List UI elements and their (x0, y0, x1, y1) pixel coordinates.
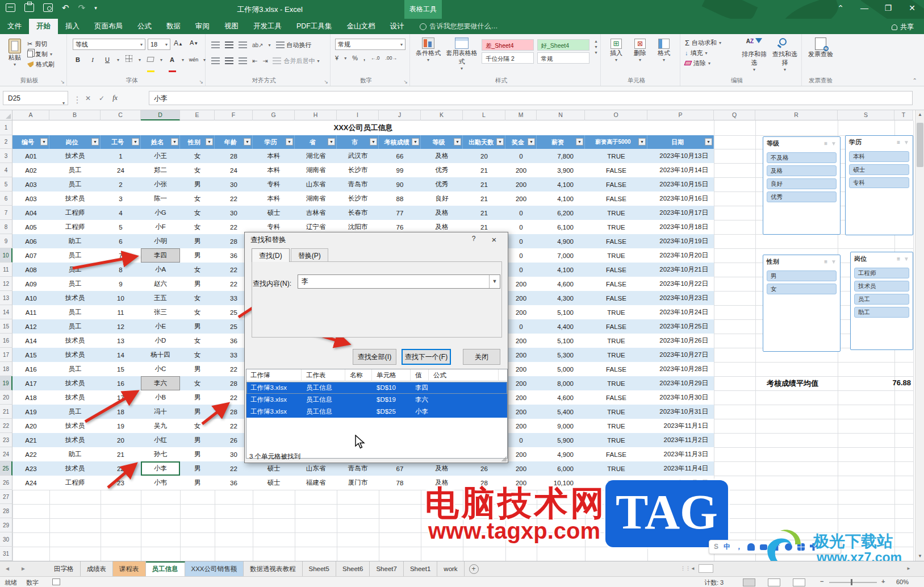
cell[interactable]: 本科 (253, 163, 295, 177)
mic-icon[interactable] (747, 543, 755, 551)
cell[interactable]: 200 (505, 277, 537, 291)
cell[interactable]: 李六 (141, 376, 180, 390)
row-header-14[interactable]: 14 (0, 305, 12, 319)
cell[interactable]: A15 (12, 348, 49, 362)
row-header-24[interactable]: 24 (0, 447, 12, 461)
cell[interactable]: 5,100 (537, 305, 585, 319)
cell[interactable]: A16 (12, 362, 49, 376)
cell[interactable]: 2023年10月30日 (647, 390, 714, 405)
cell[interactable]: 女 (180, 376, 215, 390)
cell[interactable]: 技术员 (49, 334, 101, 348)
cell[interactable]: 21 (463, 163, 505, 177)
font-size-select[interactable]: 18▾ (148, 39, 170, 50)
conditional-format-button[interactable]: 条件格式▾ (413, 38, 443, 63)
cell[interactable]: 硕士 (253, 206, 295, 220)
cell[interactable]: 女 (180, 334, 215, 348)
cell[interactable]: 4,100 (537, 263, 585, 277)
cell[interactable]: 2023年10月21日 (647, 263, 714, 277)
align-middle-icon[interactable] (225, 41, 233, 48)
minimize-icon[interactable]: — (852, 0, 876, 17)
slicer-item-员工[interactable]: 员工 (854, 294, 909, 305)
tell-me-box[interactable]: 告诉我您想要做什么… (420, 19, 498, 34)
cell[interactable]: 员工 (49, 263, 101, 277)
cell[interactable]: 21 (463, 177, 505, 191)
cell[interactable]: 技术员 (49, 433, 101, 447)
cell[interactable]: TRUE (585, 376, 647, 390)
cell[interactable]: 女 (180, 191, 215, 206)
cell[interactable]: FALSE (585, 319, 647, 334)
row-header-6[interactable]: 6 (0, 191, 12, 206)
cell[interactable]: 7 (101, 248, 141, 263)
cell[interactable]: TRUE (585, 419, 647, 433)
cell[interactable]: 赵六 (141, 277, 180, 291)
row-header-5[interactable]: 5 (0, 177, 12, 191)
cell[interactable]: 2023年10月17日 (647, 206, 714, 220)
cell[interactable]: 200 (505, 405, 537, 419)
hscroll-thumb[interactable] (699, 564, 713, 573)
cell[interactable]: 200 (505, 376, 537, 390)
number-dialog-launcher[interactable]: ↘ (403, 79, 408, 85)
cell[interactable]: 6,000 (537, 461, 585, 476)
cell[interactable]: 冯十 (141, 405, 180, 419)
sheet-tab-成绩表[interactable]: 成绩表 (81, 561, 114, 576)
page-layout-view-icon[interactable] (768, 578, 780, 586)
cell[interactable]: 22 (215, 191, 253, 206)
slicer-clear-filter-icon[interactable]: ▼ (831, 259, 837, 265)
table-header-出勤天数[interactable]: 出勤天数▼ (463, 135, 505, 149)
cell[interactable]: 5,900 (537, 433, 585, 447)
cell[interactable]: TRUE (585, 220, 647, 234)
sheet-tab-Sheet6[interactable]: Sheet6 (336, 561, 370, 576)
column-header-P[interactable]: P (647, 110, 714, 120)
filter-dropdown-icon[interactable]: ▼ (528, 138, 535, 145)
clipboard-dialog-launcher[interactable]: ↘ (60, 79, 65, 85)
cell[interactable]: 6,100 (537, 220, 585, 234)
ime-punctuation-icon[interactable]: ， (735, 543, 742, 551)
ribbon-tab-页面布局[interactable]: 页面布局 (87, 19, 130, 34)
table-header-性别[interactable]: 性别▼ (180, 135, 215, 149)
cell[interactable]: 26 (463, 461, 505, 476)
cell[interactable]: A17 (12, 376, 49, 390)
sheet-tab-XXX公司销售额[interactable]: XXX公司销售额 (185, 561, 244, 576)
phonetic-button[interactable]: wén (189, 55, 199, 65)
filter-dropdown-icon[interactable]: ▼ (496, 138, 504, 145)
accounting-format-icon[interactable]: ¥ (335, 55, 338, 61)
hscroll-right-icon[interactable]: ► (906, 566, 911, 571)
cell[interactable]: 20 (463, 149, 505, 163)
cell[interactable]: 技术员 (49, 461, 101, 476)
table-header-等级[interactable]: 等级▼ (421, 135, 463, 149)
find-all-button[interactable]: 查找全部(I) (353, 349, 396, 365)
cell-style-差_Sheet4[interactable]: 差_Sheet4 (482, 39, 534, 51)
cell[interactable]: 硕士 (253, 476, 295, 490)
cell[interactable]: TRUE (585, 348, 647, 362)
cell[interactable]: 员工 (49, 305, 101, 319)
autosum-button[interactable]: Σ自动求和 ▾ (685, 38, 721, 48)
ribbon-tab-视图[interactable]: 视图 (217, 19, 246, 34)
cell[interactable]: 良好 (421, 191, 463, 206)
result-row[interactable]: 工作簿3.xlsx员工信息$D$10李四 (246, 382, 507, 394)
cell[interactable]: 专科 (253, 177, 295, 191)
cell[interactable]: 工程师 (49, 476, 101, 490)
ribbon-tab-文件[interactable]: 文件 (0, 19, 29, 34)
cell[interactable]: 200 (505, 419, 537, 433)
row-header-19[interactable]: 19 (0, 376, 12, 390)
vscroll-thumb[interactable] (917, 123, 923, 167)
cell[interactable]: 36 (215, 476, 253, 490)
cell[interactable]: A19 (12, 405, 49, 419)
cell[interactable]: 女 (180, 163, 215, 177)
insert-cells-button[interactable]: ⊞插入▾ (605, 39, 627, 63)
table-header-工号[interactable]: 工号▼ (101, 135, 141, 149)
cell[interactable]: 200 (505, 163, 537, 177)
cell[interactable]: 女 (180, 305, 215, 319)
cell[interactable]: 2023年10月20日 (647, 248, 714, 263)
shrink-font-button[interactable]: A▼ (190, 39, 198, 46)
cell[interactable]: 200 (505, 447, 537, 461)
cell[interactable]: 小红 (141, 433, 180, 447)
cell[interactable]: 员工 (49, 405, 101, 419)
cell[interactable]: 99 (379, 163, 421, 177)
cell[interactable]: 小E (141, 319, 180, 334)
row-header-31[interactable]: 31 (0, 547, 12, 561)
cell[interactable]: 技术员 (49, 390, 101, 405)
cell[interactable]: A09 (12, 277, 49, 291)
cell[interactable]: 杨十四 (141, 348, 180, 362)
cell[interactable]: 及格 (421, 461, 463, 476)
